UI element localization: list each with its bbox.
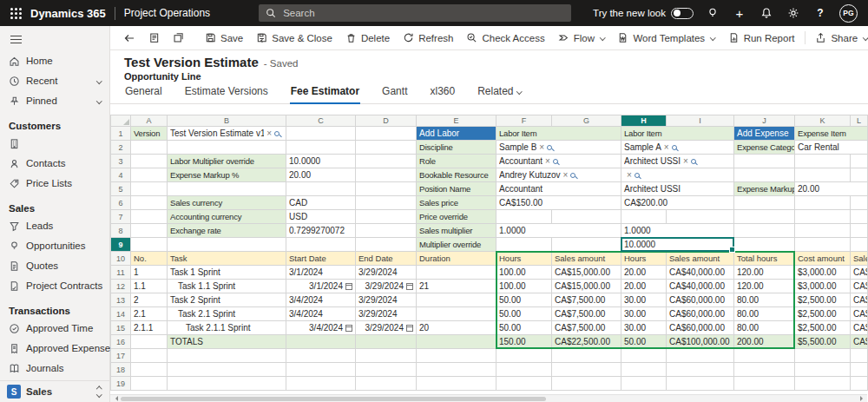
row-header-1[interactable]: 1 [111, 127, 131, 141]
scroll-right-arrow[interactable] [858, 395, 867, 402]
calendar-icon[interactable] [406, 325, 413, 332]
cell-C11[interactable]: 3/1/2024 [286, 266, 356, 280]
cell-G14[interactable]: CA$7,500.00 [552, 307, 621, 321]
cell-J10[interactable]: Total hours [734, 252, 795, 266]
cell-L15[interactable]: CA$ [851, 321, 868, 335]
cell-L8[interactable] [851, 224, 868, 238]
cell-H3[interactable]: Architect USSI× [621, 155, 734, 168]
delete-button[interactable]: Delete [339, 29, 396, 48]
cell-J2[interactable]: Expense Category [734, 141, 795, 155]
cell-E3[interactable]: Role [417, 155, 496, 168]
row-header-3[interactable]: 3 [111, 155, 131, 168]
cell-H17[interactable] [621, 349, 667, 363]
row-header-10[interactable]: 10 [111, 252, 131, 266]
cell-D16[interactable] [356, 335, 417, 349]
cell-E15[interactable]: 20 [417, 321, 496, 335]
sidebar-item-approved-time[interactable]: Approved Time [0, 319, 109, 339]
cell-I10[interactable]: Sales amount [667, 252, 734, 266]
sidebar-item-journals[interactable]: Journals [0, 359, 109, 379]
cell-H15[interactable]: 30.00 [621, 321, 667, 335]
cell-F1[interactable]: Labor Item [496, 127, 621, 141]
cell-A9[interactable] [131, 238, 168, 252]
cell-D5[interactable] [356, 182, 417, 196]
row-header-11[interactable]: 11 [111, 266, 131, 280]
cell-J5[interactable]: Expense Markup % [734, 182, 795, 196]
cell-C14[interactable]: 3/4/2024 [286, 307, 356, 321]
cell-B6[interactable]: Sales currency [168, 196, 286, 210]
cell-L17[interactable] [851, 349, 868, 363]
cell-F2[interactable]: Sample B× [496, 141, 621, 155]
search-input[interactable] [281, 7, 564, 19]
row-header-4[interactable]: 4 [111, 168, 131, 182]
cell-F13[interactable]: 50.00 [496, 293, 552, 307]
cell-C18[interactable] [286, 363, 356, 377]
lookup-search-icon[interactable] [635, 173, 640, 178]
lookup-search-icon[interactable] [570, 173, 575, 178]
cell-E9[interactable]: Multiplier override [417, 238, 496, 252]
cell-F17[interactable] [496, 349, 552, 363]
cell-H13[interactable]: 30.00 [621, 293, 667, 307]
cell-I18[interactable] [667, 363, 734, 377]
cell-B11[interactable]: Task 1 Sprint [168, 266, 286, 280]
cell-C10[interactable]: Start Date [286, 252, 356, 266]
cell-F3[interactable]: Accountant× [496, 155, 621, 168]
row-header-14[interactable]: 14 [111, 307, 131, 321]
cell-D6[interactable] [356, 196, 417, 210]
cell-L4[interactable] [851, 168, 868, 182]
cell-H6[interactable]: CA$200.00 [621, 196, 734, 210]
cell-F11[interactable]: 100.00 [496, 266, 552, 280]
app-area-label[interactable]: Project Operations [124, 7, 210, 19]
check-access-button[interactable]: Check Access [460, 29, 550, 48]
cell-E14[interactable] [417, 307, 496, 321]
cell-C19[interactable] [286, 377, 356, 391]
sidebar-item-contacts[interactable]: Contacts [0, 154, 109, 174]
cell-B18[interactable] [168, 363, 286, 377]
column-header-A[interactable]: A [131, 115, 168, 127]
lookup-search-icon[interactable] [691, 159, 696, 164]
cell-I14[interactable]: CA$60,000.00 [667, 307, 734, 321]
cell-A17[interactable] [131, 349, 168, 363]
column-header-K[interactable]: K [795, 115, 851, 127]
row-header-7[interactable]: 7 [111, 210, 131, 224]
cell-E10[interactable]: Duration [417, 252, 496, 266]
cell-A13[interactable]: 2 [131, 293, 168, 307]
cell-H8[interactable]: 1.0000 [621, 224, 734, 238]
cell-F16[interactable]: 150.00 [496, 335, 552, 349]
scroll-left-arrow[interactable] [110, 395, 120, 402]
cell-J14[interactable]: 80.00 [734, 307, 795, 321]
cell-A2[interactable] [131, 141, 168, 155]
clear-icon[interactable]: × [627, 171, 632, 180]
calendar-icon[interactable] [345, 325, 352, 332]
column-header-G[interactable]: G [552, 115, 621, 127]
cell-A3[interactable] [131, 155, 168, 168]
cell-L19[interactable] [851, 377, 868, 391]
flow-menu-button[interactable]: Flow [552, 29, 611, 48]
cell-A18[interactable] [131, 363, 168, 377]
row-header-2[interactable]: 2 [111, 141, 131, 155]
cell-A7[interactable] [131, 210, 168, 224]
cell-B8[interactable]: Exchange rate [168, 224, 286, 238]
cell-J6[interactable] [734, 196, 795, 210]
app-title[interactable]: Dynamics 365 [30, 7, 106, 20]
cell-A4[interactable] [131, 168, 168, 182]
cell-K3[interactable] [795, 155, 851, 168]
cell-H5[interactable]: Architect USSI [621, 182, 734, 196]
cell-D12[interactable]: 3/29/2024 [356, 280, 417, 293]
cell-K7[interactable] [795, 210, 851, 224]
cell-K19[interactable] [795, 377, 851, 391]
cell-J7[interactable] [734, 210, 795, 224]
cell-K16[interactable]: $5,500.00 [795, 335, 851, 349]
cell-G12[interactable]: CA$15,000.00 [552, 280, 621, 293]
row-header-15[interactable]: 15 [111, 321, 131, 335]
cell-C17[interactable] [286, 349, 356, 363]
cell-E8[interactable]: Sales multiplier [417, 224, 496, 238]
cell-J8[interactable] [734, 224, 795, 238]
save-button[interactable]: Save [199, 29, 249, 48]
cell-A16[interactable] [131, 335, 168, 349]
cell-B17[interactable] [168, 349, 286, 363]
calendar-icon[interactable] [345, 283, 352, 290]
cell-H18[interactable] [621, 363, 667, 377]
cell-B16[interactable]: TOTALS [168, 335, 286, 349]
clear-icon[interactable]: × [539, 143, 544, 152]
cell-A6[interactable] [131, 196, 168, 210]
